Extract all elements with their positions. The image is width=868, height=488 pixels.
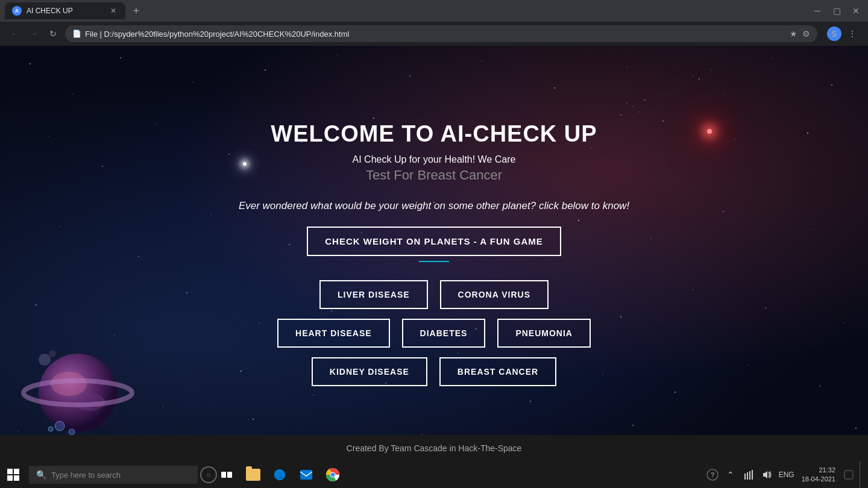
notification-icon[interactable] bbox=[841, 468, 856, 482]
start-button[interactable] bbox=[0, 461, 27, 488]
date-text: 18-04-2021 bbox=[802, 475, 835, 484]
volume-icon[interactable] bbox=[760, 468, 774, 482]
chrome-icon[interactable] bbox=[321, 461, 345, 488]
disease-buttons-container: LIVER DISEASE CORONA VIRUS HEART DISEASE… bbox=[277, 280, 591, 386]
disease-row-2: HEART DISEASE DIABETES PNEUMONIA bbox=[277, 319, 591, 348]
svg-text:?: ? bbox=[710, 471, 714, 478]
time-text: 21:32 bbox=[802, 466, 835, 475]
main-title: WELCOME TO AI-CHECK UP bbox=[271, 121, 597, 147]
url-bar[interactable]: 📄 File | D:/spyder%20files/python%20proj… bbox=[65, 25, 817, 42]
taskbar-search[interactable]: 🔍 Type here to search bbox=[29, 466, 198, 484]
liver-disease-button[interactable]: LIVER DISEASE bbox=[319, 280, 428, 309]
url-text: File | D:/spyder%20files/python%20projec… bbox=[85, 30, 349, 39]
extensions-icon[interactable]: ⚙ bbox=[802, 29, 810, 39]
tab-title: AI CHECK UP bbox=[27, 7, 73, 15]
corona-virus-button[interactable]: CORONA VIRUS bbox=[440, 280, 549, 309]
disease-row-3: KIDNEY DISEASE BREAST CANCER bbox=[312, 357, 556, 386]
more-options-icon[interactable]: ⋮ bbox=[844, 25, 861, 42]
footer: Created By Team Cascade in Hack-The-Spac… bbox=[0, 435, 868, 461]
tab-favicon: A bbox=[12, 6, 22, 16]
active-tab[interactable]: A AI CHECK UP ✕ bbox=[5, 2, 125, 19]
svg-rect-97 bbox=[844, 471, 853, 479]
taskbar-pinned-apps bbox=[241, 461, 345, 488]
forward-button[interactable]: → bbox=[27, 27, 41, 41]
search-icon: 🔍 bbox=[36, 470, 46, 480]
pneumonia-button[interactable]: PNEUMONIA bbox=[497, 319, 591, 348]
file-icon: 📄 bbox=[72, 30, 81, 38]
svg-rect-87 bbox=[300, 470, 312, 480]
search-placeholder: Type here to search bbox=[51, 471, 121, 480]
taskbar: 🔍 Type here to search ○ bbox=[0, 461, 868, 488]
minimize-icon[interactable]: ─ bbox=[810, 4, 825, 18]
new-tab-button[interactable]: + bbox=[128, 2, 145, 19]
cortana-button[interactable]: ○ bbox=[200, 466, 217, 483]
svg-rect-95 bbox=[749, 471, 750, 480]
network-icon[interactable] bbox=[741, 468, 756, 482]
address-right-actions: S ⋮ bbox=[827, 25, 861, 42]
close-window-icon[interactable]: ✕ bbox=[849, 4, 863, 18]
tray-chevron-icon[interactable]: ⌃ bbox=[723, 468, 738, 482]
file-explorer-app bbox=[246, 469, 260, 481]
footer-text: Created By Team Cascade in Hack-The-Spac… bbox=[347, 443, 522, 453]
mail-icon[interactable] bbox=[294, 461, 318, 488]
diabetes-button[interactable]: DIABETES bbox=[402, 319, 486, 348]
heart-disease-button[interactable]: HEART DISEASE bbox=[277, 319, 390, 348]
chrome-app-icon bbox=[326, 468, 339, 481]
svg-rect-93 bbox=[744, 474, 746, 480]
svg-point-90 bbox=[331, 473, 335, 477]
kidney-disease-button[interactable]: KIDNEY DISEASE bbox=[312, 357, 427, 386]
edge-browser-icon bbox=[273, 468, 286, 481]
tab-close-button[interactable]: ✕ bbox=[108, 6, 118, 16]
profile-icon[interactable]: S bbox=[827, 27, 841, 41]
clock-display[interactable]: 21:32 18-04-2021 bbox=[799, 466, 838, 484]
svg-rect-94 bbox=[747, 472, 748, 480]
tab-right-icons: ─ ▢ ✕ bbox=[810, 4, 863, 18]
file-explorer-icon[interactable] bbox=[241, 461, 265, 488]
breast-cancer-button[interactable]: BREAST CANCER bbox=[439, 357, 556, 386]
address-bar: ← → ↻ 📄 File | D:/spyder%20files/python%… bbox=[0, 22, 868, 46]
task-view-icon bbox=[221, 472, 232, 478]
maximize-icon[interactable]: ▢ bbox=[829, 4, 844, 18]
main-content: WELCOME TO AI-CHECK UP AI Check Up for y… bbox=[0, 46, 868, 461]
back-button[interactable]: ← bbox=[7, 27, 22, 41]
cortana-icon: ○ bbox=[206, 471, 210, 479]
windows-icon bbox=[7, 469, 19, 481]
task-view-button[interactable] bbox=[217, 465, 236, 484]
reload-button[interactable]: ↻ bbox=[46, 27, 60, 41]
help-icon[interactable]: ? bbox=[705, 468, 720, 482]
tab-bar: A AI CHECK UP ✕ + ─ ▢ ✕ bbox=[0, 0, 868, 22]
planet-text: Ever wondered what would be your weight … bbox=[239, 200, 629, 212]
browser-chrome: A AI CHECK UP ✕ + ─ ▢ ✕ ← → ↻ 📄 File | D… bbox=[0, 0, 868, 46]
language-indicator[interactable]: ENG bbox=[778, 468, 796, 482]
content-overlay: WELCOME TO AI-CHECK UP AI Check Up for y… bbox=[0, 46, 868, 461]
bookmark-icon[interactable]: ★ bbox=[790, 29, 797, 39]
tagline: Test For Breast Cancer bbox=[366, 167, 502, 183]
show-desktop-button[interactable] bbox=[860, 461, 863, 488]
system-tray: ? ⌃ ENG 21:32 18-04-2021 bbox=[705, 461, 868, 488]
edge-icon[interactable] bbox=[268, 461, 292, 488]
url-bar-right: ★ ⚙ bbox=[790, 29, 810, 39]
subtitle: AI Check Up for your Health! We Care bbox=[353, 154, 516, 165]
mail-app-icon bbox=[300, 469, 313, 480]
planet-button[interactable]: CHECK WEIGHT ON PLANETS - A FUN GAME bbox=[307, 227, 561, 256]
disease-row-1: LIVER DISEASE CORONA VIRUS bbox=[319, 280, 549, 309]
svg-rect-96 bbox=[752, 470, 753, 480]
button-underline bbox=[419, 261, 449, 262]
